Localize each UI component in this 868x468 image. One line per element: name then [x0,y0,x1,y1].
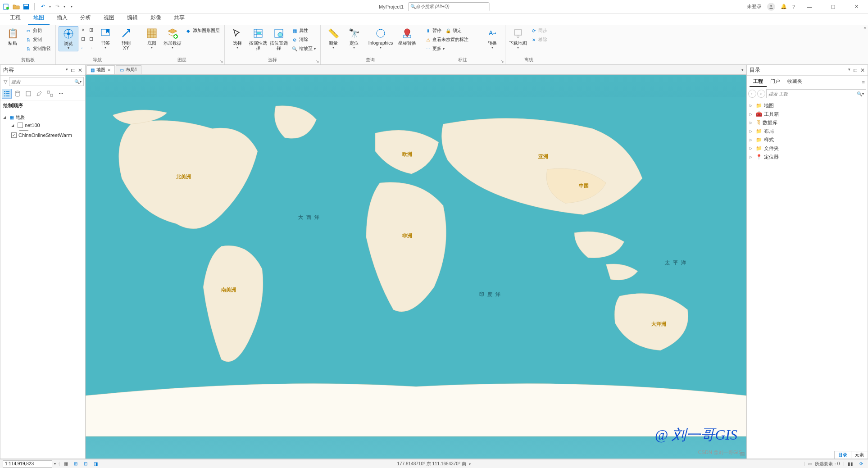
expand-arrow-icon[interactable]: ◢ [3,115,8,119]
close-button[interactable]: ✕ [847,0,865,13]
notification-icon[interactable]: 🔔 [781,4,787,9]
locate-dropdown[interactable]: ▾ [353,45,355,50]
remove-button[interactable]: ✕移除 [529,35,549,44]
explore-dropdown[interactable]: ▾ [68,46,69,50]
download-map-button[interactable]: 下载地图 ▾ [508,26,528,50]
expand-arrow-icon[interactable]: ◢ [11,123,16,127]
bottom-tab-catalog[interactable]: 目录 [835,451,851,459]
layer-net100[interactable]: ◢ net100 [1,122,84,129]
catalog-menu-icon[interactable]: ≡ [862,79,868,85]
view-unplaced-button[interactable]: ⚠查看未放置的标注 [423,35,482,44]
map-canvas[interactable]: 北美洲 南美洲 欧洲 非洲 亚洲 中国 大洋洲 大 西 洋 印 度 洋 太 平 … [86,75,746,459]
status-extent-icon[interactable]: ▦ [62,460,70,468]
download-dropdown[interactable]: ▾ [517,45,519,50]
list-by-editing-icon[interactable] [34,89,44,99]
list-by-snapping-icon[interactable] [45,89,55,99]
open-project-icon[interactable] [13,3,20,10]
qat-customize[interactable]: ▾ [71,5,73,9]
next-extent-icon[interactable]: → [87,44,95,51]
catalog-item-styles[interactable]: ▷📁样式 [748,136,867,144]
select-button[interactable]: 选择 ▾ [227,26,247,50]
tab-edit[interactable]: 编辑 [122,12,143,25]
contents-search[interactable]: 🔍 ▾ [9,77,84,86]
close-tab-icon[interactable]: ✕ [107,68,111,73]
convert-dropdown[interactable]: ▾ [491,45,493,50]
command-search-input[interactable] [416,4,487,9]
home-icon[interactable]: ⌂ [757,90,765,98]
map-tab-map[interactable]: ▦ 地图 ✕ [86,65,115,74]
autohide-icon[interactable]: ⊏ [71,67,75,73]
catalog-tab-favorites[interactable]: 收藏夹 [784,77,806,87]
status-dynamic-icon[interactable]: ◨ [91,460,100,468]
sync-button[interactable]: ⟳同步 [529,26,549,35]
cut-button[interactable]: ✂剪切 [23,26,53,35]
catalog-search-input[interactable] [768,91,857,96]
copy-button[interactable]: ⎘复制 [23,35,53,44]
scale-dropdown[interactable]: ▾ [54,462,56,466]
refresh-icon[interactable]: ⟳ [857,460,865,468]
selection-launcher-icon[interactable]: ↘ [316,59,319,64]
view-menu-icon[interactable]: ▾ [741,68,744,72]
login-status[interactable]: 未登录 [747,3,762,10]
redo-icon[interactable]: ↷ [54,3,61,10]
tab-view[interactable]: 视图 [98,12,120,25]
layer-checkbox[interactable]: ✓ [11,132,17,138]
add-graphics-button[interactable]: ◆添加图形图层 [183,26,222,35]
clear-selection-button[interactable]: ⊘清除 [290,35,318,44]
layer-checkbox[interactable] [18,123,23,128]
coord-convert-button[interactable]: 坐标转换 [397,26,417,46]
catalog-item-layouts[interactable]: ▷📁布局 [748,127,867,136]
tab-insert[interactable]: 插入 [51,12,73,25]
zoom-fixed-icon[interactable]: ⊞ [87,26,95,33]
basemap-button[interactable]: 底图 ▾ [142,26,162,50]
select-dropdown[interactable]: ▾ [236,45,238,50]
map-node[interactable]: ◢ ▦ 地图 [1,113,84,122]
undo-dropdown[interactable]: ▾ [49,5,51,9]
save-icon[interactable] [23,3,30,10]
prev-extent-icon[interactable]: ← [79,44,86,51]
maximize-button[interactable]: ▢ [824,0,842,13]
bookmarks-dropdown[interactable]: ▾ [105,45,106,50]
catalog-item-locators[interactable]: ▷📍定位器 [748,153,867,161]
map-options-icon[interactable]: ▤ [740,451,745,457]
back-icon[interactable]: ← [748,90,756,98]
tab-map[interactable]: 地图 [28,12,50,25]
bookmarks-button[interactable]: 书签 ▾ [95,26,115,50]
tab-imagery[interactable]: 影像 [145,12,167,25]
tab-share[interactable]: 共享 [168,12,190,25]
coords-dropdown[interactable]: ▾ [469,462,471,466]
list-by-selection-icon[interactable] [23,89,33,99]
layer-launcher-icon[interactable]: ↘ [220,59,223,64]
help-icon[interactable]: ? [792,4,795,9]
toolbar-more-icon[interactable]: ⋯ [56,89,66,99]
explore-button[interactable]: 浏览 ▾ [59,26,78,51]
pause-drawing-icon[interactable]: ▮▮ [846,460,854,468]
select-by-attr-button[interactable]: 按属性选择 [248,26,268,51]
pause-labels-button[interactable]: ⏸暂停 [423,26,443,35]
select-by-loc-button[interactable]: 按位置选择 [269,26,289,51]
tab-project[interactable]: 工程 [5,12,26,25]
user-icon[interactable] [767,3,775,11]
tab-analysis[interactable]: 分析 [75,12,96,25]
zoom-to-button[interactable]: 🔍缩放至▾ [290,44,318,53]
add-data-button[interactable]: 添加数据 ▾ [163,26,182,50]
undo-icon[interactable]: ↶ [39,3,46,10]
redo-dropdown[interactable]: ▾ [64,5,65,9]
panel-dropdown-icon[interactable]: ▾ [848,67,850,73]
catalog-tab-project[interactable]: 工程 [750,77,767,87]
status-grid-icon[interactable]: ⊡ [82,460,90,468]
catalog-tab-portal[interactable]: 门户 [767,77,784,87]
basemap-dropdown[interactable]: ▾ [151,45,153,50]
measure-dropdown[interactable]: ▾ [332,45,334,50]
catalog-item-toolboxes[interactable]: ▷🧰工具箱 [748,110,867,118]
catalog-item-maps[interactable]: ▷📁地图 [748,101,867,110]
labeling-launcher-icon[interactable]: ↘ [500,59,504,64]
contents-search-input[interactable] [11,79,74,84]
command-search[interactable]: 🔍 [408,2,489,11]
map-tab-layout[interactable]: ▭ 布局1 [116,65,141,74]
full-extent-icon[interactable]: ⌖ [79,26,86,33]
add-data-dropdown[interactable]: ▾ [172,45,173,50]
minimize-button[interactable]: — [800,0,818,13]
close-panel-icon[interactable]: ✕ [78,67,82,73]
panel-dropdown-icon[interactable]: ▾ [66,67,68,73]
